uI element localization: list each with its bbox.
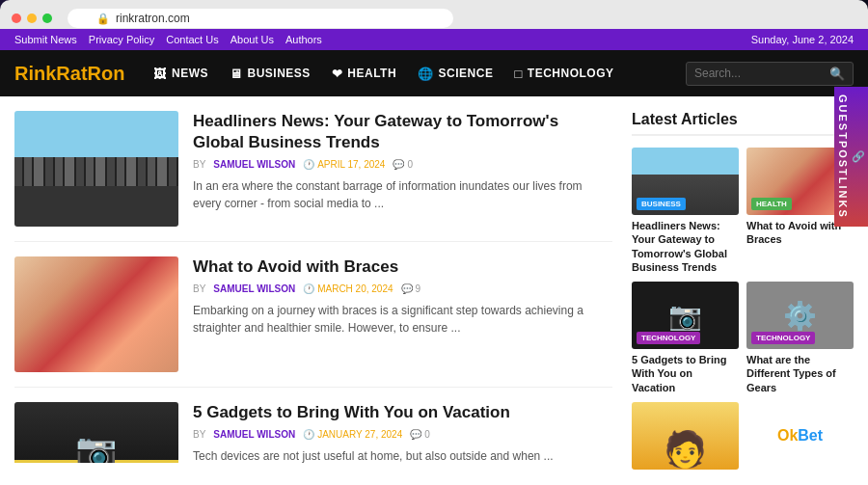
article-title[interactable]: 5 Gadgets to Bring With You on Vacation (193, 402, 612, 423)
article-title[interactable]: Headliners News: Your Gateway to Tomorro… (193, 111, 612, 153)
sidebar-card[interactable]: ⚙️ TECHNOLOGY What are the Different Typ… (746, 282, 854, 394)
address-bar: 🔒 rinkratron.com (68, 9, 453, 28)
article-author[interactable]: SAMUEL WILSON (213, 283, 295, 294)
sidebar-card-image: OkBet (746, 402, 854, 470)
article-item: What to Avoid with Braces BY SAMUEL WILS… (14, 256, 612, 388)
lock-icon: 🔒 (96, 13, 110, 25)
article-comments: 💬 0 (393, 159, 413, 170)
submit-news-link[interactable]: Submit News (14, 34, 77, 45)
sidebar: Latest Articles BUSINESS Headliners News… (632, 111, 854, 463)
search-button[interactable]: 🔍 (829, 67, 845, 81)
about-us-link[interactable]: About Us (231, 34, 274, 45)
sidebar-card-label: HEALTH (751, 198, 792, 210)
sidebar-card[interactable]: BUSINESS Headliners News: Your Gateway t… (632, 148, 739, 274)
by-label: BY (193, 283, 205, 294)
article-meta: BY SAMUEL WILSON 🕐 JANUARY 27, 2024 💬 0 (193, 429, 612, 440)
article-comments: 💬 9 (401, 283, 421, 294)
health-icon: ❤ (332, 67, 343, 81)
close-dot[interactable] (12, 13, 21, 23)
article-author[interactable]: SAMUEL WILSON (213, 159, 295, 170)
website: Submit News Privacy Policy Contact Us Ab… (0, 29, 868, 485)
sidebar-card-title: Headliners News: Your Gateway to Tomorro… (632, 219, 739, 274)
article-author[interactable]: SAMUEL WILSON (213, 429, 295, 440)
by-label: BY (193, 159, 205, 170)
article-image-city (14, 111, 178, 227)
guest-post-icon: 🔗 (853, 149, 865, 164)
address-text: rinkratron.com (116, 12, 190, 25)
sidebar-card-label: TECHNOLOGY (637, 332, 700, 344)
nav-health-label: HEALTH (347, 67, 396, 80)
article-item: 5 Gadgets to Bring With You on Vacation … (14, 402, 612, 463)
nav-news-label: NEWS (172, 67, 208, 80)
sidebar-card-image: 📷 TECHNOLOGY (632, 282, 739, 349)
nav-science[interactable]: 🌐 SCIENCE (408, 59, 502, 89)
nav-science-label: SCIENCE (439, 67, 494, 80)
article-excerpt: Embarking on a journey with braces is a … (193, 302, 612, 337)
science-icon: 🌐 (418, 67, 434, 81)
sidebar-card-image: BUSINESS (632, 148, 739, 215)
top-bar-links: Submit News Privacy Policy Contact Us Ab… (14, 34, 322, 45)
nav-technology[interactable]: □ TECHNOLOGY (504, 59, 623, 89)
article-content: Headliners News: Your Gateway to Tomorro… (193, 111, 612, 227)
article-title[interactable]: What to Avoid with Braces (193, 256, 612, 278)
top-bar: Submit News Privacy Policy Contact Us Ab… (0, 29, 868, 50)
guest-post-text: GUESTPOSTLINKS (837, 94, 849, 219)
article-content: What to Avoid with Braces BY SAMUEL WILS… (193, 256, 612, 372)
sidebar-card-image: ⚙️ TECHNOLOGY (746, 282, 854, 349)
article-content: 5 Gadgets to Bring With You on Vacation … (193, 402, 612, 463)
main-content: Headliners News: Your Gateway to Tomorro… (0, 96, 868, 477)
article-excerpt: Tech devices are not just useful at home… (193, 447, 612, 463)
article-date: 🕐 JANUARY 27, 2024 (303, 429, 402, 440)
articles-list: Headliners News: Your Gateway to Tomorro… (14, 111, 612, 463)
article-meta: BY SAMUEL WILSON 🕐 MARCH 20, 2024 💬 9 (193, 283, 612, 294)
news-icon: 🖼 (153, 67, 167, 81)
nav-links: 🖼 NEWS 🖥 BUSINESS ❤ HEALTH 🌐 SCIENCE □ T… (144, 59, 686, 89)
article-date: 🕐 MARCH 20, 2024 (303, 283, 393, 294)
article-image-camera (14, 402, 178, 463)
article-meta: BY SAMUEL WILSON 🕐 APRIL 17, 2024 💬 0 (193, 159, 612, 170)
authors-link[interactable]: Authors (285, 34, 322, 45)
article-comments: 💬 0 (410, 429, 430, 440)
privacy-policy-link[interactable]: Privacy Policy (89, 34, 154, 45)
article-excerpt: In an era where the constant barrage of … (193, 177, 612, 212)
technology-icon: □ (514, 67, 522, 81)
nav-technology-label: TECHNOLOGY (528, 67, 614, 80)
sidebar-card-image: 🧑 (632, 402, 739, 470)
article-image-braces (14, 256, 178, 372)
search-bar: 🔍 (686, 62, 854, 86)
by-label: BY (193, 429, 205, 440)
sidebar-card[interactable]: 🧑 (632, 402, 739, 473)
minimize-dot[interactable] (27, 13, 37, 23)
business-icon: 🖥 (230, 67, 243, 81)
site-logo[interactable]: RinkRatRon (14, 63, 124, 85)
sidebar-card-label: TECHNOLOGY (751, 332, 815, 344)
sidebar-grid: BUSINESS Headliners News: Your Gateway t… (632, 148, 854, 473)
nav-news[interactable]: 🖼 NEWS (144, 59, 218, 89)
sidebar-card[interactable]: 📷 TECHNOLOGY 5 Gadgets to Bring With You… (632, 282, 739, 394)
article-item: Headliners News: Your Gateway to Tomorro… (14, 111, 612, 242)
nav-business-label: BUSINESS (247, 67, 310, 80)
article-date: 🕐 APRIL 17, 2024 (303, 159, 385, 170)
nav-bar: RinkRatRon 🖼 NEWS 🖥 BUSINESS ❤ HEALTH 🌐 … (0, 50, 868, 96)
browser-chrome: 🔒 rinkratron.com (0, 0, 868, 29)
nav-business[interactable]: 🖥 BUSINESS (220, 59, 320, 89)
logo-part1: RinkRat (14, 63, 88, 84)
date-display: Sunday, June 2, 2024 (751, 34, 854, 45)
logo-part2: Ron (88, 63, 125, 84)
sidebar-card[interactable]: OkBet (746, 402, 854, 473)
guest-post-sidebar[interactable]: 🔗 GUESTPOSTLINKS (834, 87, 868, 227)
sidebar-title: Latest Articles (632, 111, 854, 136)
sidebar-card-label: BUSINESS (637, 198, 686, 210)
contact-us-link[interactable]: Contact Us (166, 34, 218, 45)
sidebar-card-title: 5 Gadgets to Bring With You on Vacation (632, 353, 739, 394)
search-input[interactable] (694, 67, 829, 80)
maximize-dot[interactable] (42, 13, 52, 23)
sidebar-card-title: What are the Different Types of Gears (746, 353, 854, 394)
nav-health[interactable]: ❤ HEALTH (322, 59, 406, 89)
